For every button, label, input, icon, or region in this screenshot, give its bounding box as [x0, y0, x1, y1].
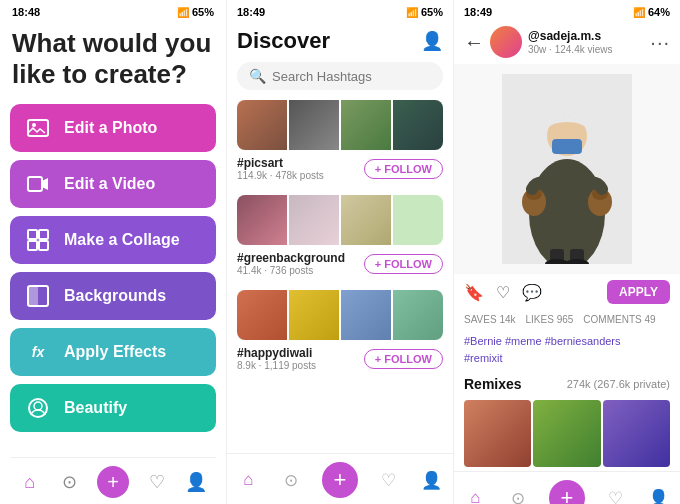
- hashtag-meta-green: #greenbackground 41.4k · 736 posts: [237, 251, 345, 276]
- discover-title: Discover: [237, 28, 330, 54]
- nav-activity-1[interactable]: ♡: [145, 470, 169, 494]
- search-bar[interactable]: 🔍: [237, 62, 443, 90]
- hashtag-name-diwali: #happydiwali: [237, 346, 316, 360]
- status-bar-1: 18:48 📶 65%: [10, 0, 216, 22]
- backgrounds-button[interactable]: Backgrounds: [10, 272, 216, 320]
- beautify-button[interactable]: Beautify: [10, 384, 216, 432]
- back-button[interactable]: ←: [464, 31, 484, 54]
- p2-nav-add[interactable]: +: [322, 462, 358, 498]
- username[interactable]: @sadeja.m.s: [528, 29, 613, 43]
- search-input[interactable]: [272, 69, 431, 84]
- svg-rect-8: [28, 286, 38, 306]
- post-subtext: 30w · 124.4k views: [528, 44, 613, 55]
- hashtag-images-picsart: [237, 100, 443, 150]
- effects-icon: fx: [24, 338, 52, 366]
- hashtag-img-3-3: [341, 290, 391, 340]
- collage-icon: [24, 226, 52, 254]
- p2-nav-activity[interactable]: ♡: [377, 468, 401, 492]
- page-title: What would you like to create?: [10, 28, 216, 90]
- nav-home-1[interactable]: ⌂: [18, 470, 42, 494]
- p2-nav-home[interactable]: ⌂: [236, 468, 260, 492]
- svg-rect-0: [28, 120, 48, 136]
- nav-search-1[interactable]: ⊙: [57, 470, 81, 494]
- hashtag-picsart: #picsart 114.9k · 478k posts + FOLLOW: [237, 100, 443, 181]
- status-icons-1: 📶 65%: [177, 6, 214, 18]
- add-friend-icon[interactable]: 👤: [421, 30, 443, 52]
- hashtag-images-green: [237, 195, 443, 245]
- apply-button[interactable]: APPLY: [607, 280, 670, 304]
- hashtag-img-1-2: [289, 100, 339, 150]
- edit-video-icon: [24, 170, 52, 198]
- apply-effects-button[interactable]: fx Apply Effects: [10, 328, 216, 376]
- bookmark-icon[interactable]: 🔖: [464, 283, 484, 302]
- hashtag-img-1-1: [237, 100, 287, 150]
- p3-nav-add[interactable]: +: [549, 480, 585, 504]
- like-icon[interactable]: ♡: [496, 283, 510, 302]
- hashtag-greenbackground: #greenbackground 41.4k · 736 posts + FOL…: [237, 195, 443, 276]
- user-text: @sadeja.m.s 30w · 124.4k views: [528, 29, 613, 54]
- hashtag-stats-picsart: 114.9k · 478k posts: [237, 170, 324, 181]
- post-actions: 🔖 ♡ 💬 APPLY: [454, 274, 680, 310]
- p3-nav-home[interactable]: ⌂: [463, 486, 487, 504]
- hashtag-img-2-2: [289, 195, 339, 245]
- hashtag-name-green: #greenbackground: [237, 251, 345, 265]
- follow-green-button[interactable]: + FOLLOW: [364, 254, 443, 274]
- follow-picsart-button[interactable]: + FOLLOW: [364, 159, 443, 179]
- post-stats: SAVES 14k LIKES 965 COMMENTS 49: [454, 310, 680, 329]
- hashtag-img-2-4: [393, 195, 443, 245]
- hashtag-stats-diwali: 8.9k · 1,119 posts: [237, 360, 316, 371]
- hashtag-meta-picsart: #picsart 114.9k · 478k posts: [237, 156, 324, 181]
- beautify-icon: [24, 394, 52, 422]
- post-image-container: [454, 64, 680, 274]
- hashtag-info-picsart: #picsart 114.9k · 478k posts + FOLLOW: [237, 156, 443, 181]
- avatar[interactable]: [490, 26, 522, 58]
- signal-icon-3: 📶: [633, 7, 645, 18]
- p2-nav-profile[interactable]: 👤: [420, 468, 444, 492]
- status-bar-3: 18:49 📶 64%: [454, 0, 680, 22]
- effects-label: Apply Effects: [64, 343, 166, 361]
- bottom-nav-3: ⌂ ⊙ + ♡ 👤: [454, 471, 680, 504]
- remix-thumb-3[interactable]: [603, 400, 670, 467]
- more-options-icon[interactable]: ···: [650, 31, 670, 54]
- panel-create: 18:48 📶 65% What would you like to creat…: [0, 0, 227, 504]
- make-collage-button[interactable]: Make a Collage: [10, 216, 216, 264]
- svg-point-1: [32, 123, 36, 127]
- remix-thumb-1[interactable]: [464, 400, 531, 467]
- p3-nav-activity[interactable]: ♡: [604, 486, 628, 504]
- post-hashtags[interactable]: #Bernie #meme #berniesanders #remixit: [454, 329, 680, 372]
- comment-icon[interactable]: 💬: [522, 283, 542, 302]
- remixes-grid: [454, 396, 680, 471]
- remix-thumb-2[interactable]: [533, 400, 600, 467]
- hashtag-img-1-3: [341, 100, 391, 150]
- signal-icon: 📶: [177, 7, 189, 18]
- nav-profile-1[interactable]: 👤: [184, 470, 208, 494]
- remixes-label: Remixes: [464, 376, 522, 392]
- svg-rect-14: [552, 139, 582, 154]
- time-2: 18:49: [237, 6, 265, 18]
- hashtag-images-diwali: [237, 290, 443, 340]
- svg-rect-5: [28, 241, 37, 250]
- discover-header: Discover 👤: [227, 22, 453, 62]
- svg-point-10: [34, 402, 42, 410]
- nav-add-1[interactable]: +: [97, 466, 129, 498]
- bottom-nav-1: ⌂ ⊙ + ♡ 👤: [10, 457, 216, 504]
- panel-discover: 18:49 📶 65% Discover 👤 🔍 #picsart: [227, 0, 454, 504]
- hashtag-info-diwali: #happydiwali 8.9k · 1,119 posts + FOLLOW: [237, 346, 443, 371]
- backgrounds-icon: [24, 282, 52, 310]
- likes-stat: LIKES 965: [526, 314, 574, 325]
- edit-video-button[interactable]: Edit a Video: [10, 160, 216, 208]
- p3-nav-profile[interactable]: 👤: [647, 486, 671, 504]
- svg-rect-6: [39, 241, 48, 250]
- bottom-nav-2: ⌂ ⊙ + ♡ 👤: [227, 453, 453, 504]
- p2-nav-discover[interactable]: ⊙: [279, 468, 303, 492]
- follow-diwali-button[interactable]: + FOLLOW: [364, 349, 443, 369]
- hashtag-stats-green: 41.4k · 736 posts: [237, 265, 345, 276]
- edit-photo-label: Edit a Photo: [64, 119, 157, 137]
- hashtag-name-picsart: #picsart: [237, 156, 324, 170]
- hashtag-info-green: #greenbackground 41.4k · 736 posts + FOL…: [237, 251, 443, 276]
- p3-nav-discover[interactable]: ⊙: [506, 486, 530, 504]
- status-icons-2: 📶 65%: [406, 6, 443, 18]
- svg-rect-2: [28, 177, 42, 191]
- edit-photo-button[interactable]: Edit a Photo: [10, 104, 216, 152]
- time-1: 18:48: [12, 6, 40, 18]
